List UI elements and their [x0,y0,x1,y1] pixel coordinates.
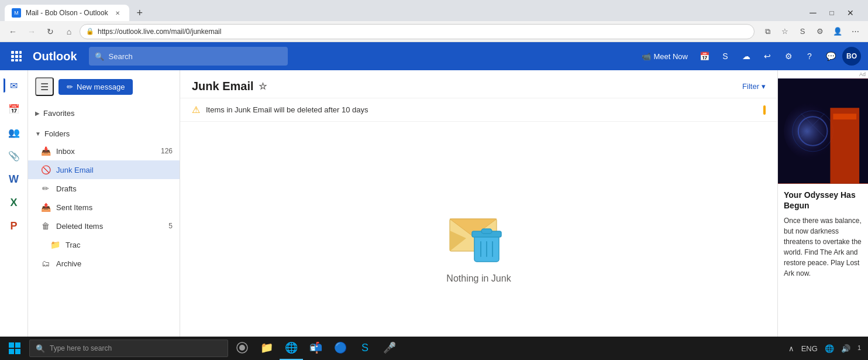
deleted-label: Deleted Items [56,222,168,231]
home-button[interactable]: ⌂ [61,23,77,40]
sidebar-item-junk[interactable]: 🚫 Junk Email [28,160,180,179]
onedrive-button[interactable]: ☁ [737,47,756,66]
tray-time-display: 1 [857,344,861,352]
powerpoint-icon[interactable]: P [4,215,25,236]
browser-tab[interactable]: M Mail - Bob Olson - Outlook ✕ [5,5,129,21]
start-button[interactable] [0,337,29,360]
sidebar-item-sent[interactable]: 📤 Sent Items [28,198,180,217]
calendar-button[interactable]: 📅 [695,47,714,66]
taskbar-skype[interactable]: S [353,337,377,360]
drafts-label: Drafts [56,184,173,193]
ad-image[interactable] [778,78,868,184]
header-actions: 📹 Meet Now 📅 S ☁ ↩ ⚙ ? 💬 BO [637,47,861,66]
warning-icon: ⚠ [192,104,200,115]
trac-label: Trac [66,241,173,249]
feedback-button[interactable]: 💬 [821,47,840,66]
sidebar-item-archive[interactable]: 🗂 Archive [28,254,180,273]
filter-button[interactable]: Filter ▾ [742,82,766,91]
extensions-button[interactable]: ⧉ [759,23,776,40]
folders-section: ▼ Folders 📥 Inbox 126 🚫 Junk Email ✏ Dra… [28,124,180,275]
favorites-button[interactable]: ☆ [777,23,793,40]
taskbar-search-box[interactable]: 🔍 Type here to search [29,340,228,357]
app-launcher-button[interactable] [7,47,26,66]
ad-label: Ad [778,70,868,78]
sidebar-item-trac[interactable]: 📁 Trac [28,235,180,254]
minimize-button[interactable]: ─ [805,5,821,21]
contacts-nav-icon[interactable]: 👥 [4,122,25,143]
svg-rect-7 [15,59,18,61]
favorites-header[interactable]: ▶ Favorites [28,105,180,121]
meet-now-button[interactable]: 📹 Meet Now [637,50,693,63]
trac-icon: 📁 [49,239,61,251]
tab-close-button[interactable]: ✕ [113,8,122,18]
sidebar-item-drafts[interactable]: ✏ Drafts [28,179,180,198]
settings-button[interactable]: ⚙ [779,47,798,66]
svg-rect-28 [15,342,20,348]
reply-button[interactable]: ↩ [758,47,777,66]
taskbar-cortana[interactable] [230,337,254,360]
sent-icon: 📤 [40,201,51,213]
svg-rect-3 [11,55,14,58]
app-body: ✉ 📅 👥 📎 W X P ⋯ ☰ ✏ New message ▶ Favori… [0,70,868,360]
help-button[interactable]: ? [800,47,819,66]
back-button[interactable]: ← [5,23,21,40]
search-bar[interactable]: 🔍 Search [89,47,288,66]
inbox-label: Inbox [56,147,161,156]
tray-language[interactable]: ENG [799,343,820,354]
empty-state: Nothing in Junk [180,122,777,360]
warning-text: Items in Junk Email will be deleted afte… [206,105,368,114]
calendar-nav-icon[interactable]: 📅 [4,98,25,119]
user-avatar[interactable]: BO [842,47,861,66]
sidebar: ☰ ✏ New message ▶ Favorites ▼ Folders [28,70,180,360]
taskbar-file-explorer[interactable]: 📁 [255,337,278,360]
taskbar-mail[interactable]: 📬 [304,337,328,360]
lock-icon: 🔒 [86,28,94,35]
excel-icon[interactable]: X [4,192,25,213]
close-button[interactable]: ✕ [842,5,859,21]
svg-rect-5 [19,55,22,58]
new-message-button[interactable]: ✏ New message [58,79,133,95]
deleted-icon: 🗑 [40,220,51,232]
sidebar-item-deleted[interactable]: 🗑 Deleted Items 5 [28,217,180,235]
cortana-icon [236,341,249,354]
taskbar-edge[interactable]: 🌐 [280,337,303,360]
address-bar[interactable]: 🔒 https://outlook.live.com/mail/0/junkem… [80,24,755,39]
tab-favicon: M [12,8,21,18]
settings-button[interactable]: ⚙ [812,23,828,40]
folders-header[interactable]: ▼ Folders [28,126,180,142]
maximize-button[interactable]: □ [824,5,840,21]
search-icon: 🔍 [95,52,104,61]
menu-button[interactable]: ⋯ [847,23,863,40]
tray-network[interactable]: 🌐 [822,343,836,354]
svg-rect-30 [15,349,20,354]
inbox-count: 126 [161,147,173,155]
svg-rect-29 [9,349,14,354]
collections-button[interactable]: S [794,23,811,40]
tray-clock[interactable]: 1 [855,344,863,352]
sidebar-item-inbox[interactable]: 📥 Inbox 126 [28,142,180,160]
mail-nav-icon[interactable]: ✉ [4,75,25,96]
warning-progress-bar [763,105,766,115]
tray-up-arrow[interactable]: ∧ [786,343,797,354]
taskbar-mic[interactable]: 🎤 [378,337,401,360]
hamburger-button[interactable]: ☰ [35,77,54,96]
taskbar-tray: ∧ ENG 🌐 🔊 1 [786,343,868,354]
taskbar-edge2[interactable]: 🔵 [329,337,352,360]
profile-button[interactable]: 👤 [829,23,846,40]
meet-now-label: Meet Now [653,52,688,61]
skype-button[interactable]: S [716,47,735,66]
search-placeholder: Search [109,52,133,61]
favorite-star-icon[interactable]: ☆ [259,81,267,92]
new-tab-button[interactable]: + [132,5,148,21]
deleted-count: 5 [168,222,173,230]
tasks-nav-icon[interactable]: 📎 [4,145,25,166]
taskbar-search-placeholder: Type here to search [50,344,112,352]
refresh-button[interactable]: ↻ [42,23,58,40]
word-icon[interactable]: W [4,169,25,190]
forward-button[interactable]: → [23,23,40,40]
svg-point-32 [239,345,245,351]
app-header: Outlook 🔍 Search 📹 Meet Now 📅 S ☁ ↩ ⚙ ? … [0,42,868,70]
tray-volume[interactable]: 🔊 [839,343,853,354]
favorites-label: Favorites [43,109,74,118]
ad-title[interactable]: Your Odyssey Has Begun [784,190,862,211]
